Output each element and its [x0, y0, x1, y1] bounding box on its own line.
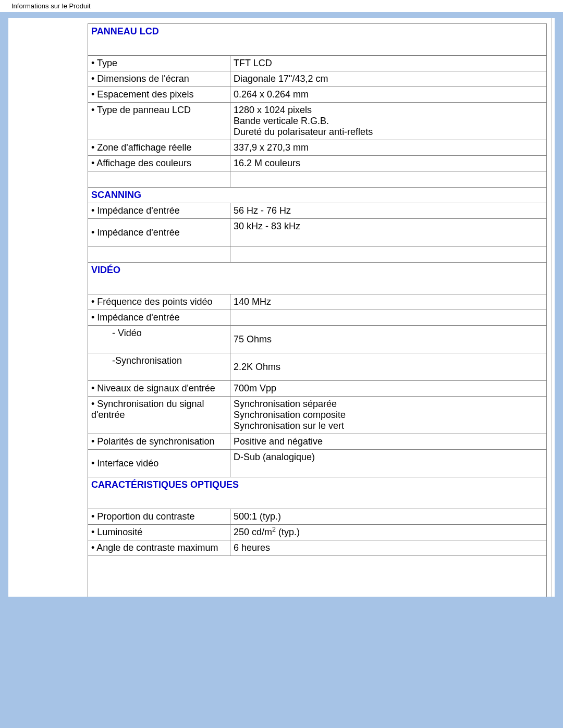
cell-value [230, 310, 547, 326]
cell-empty [88, 556, 547, 597]
section-lcd-title: Panneau LCD [88, 24, 547, 56]
cell-line: -Synchronisation [91, 355, 182, 366]
content-frame: Panneau LCD • Type TFT LCD • Dimensions … [0, 12, 563, 728]
superscript: 2 [272, 526, 276, 533]
cell-label: • Angle de contraste maximum [88, 540, 230, 556]
cell-line: Synchronisation sur le vert [234, 421, 344, 431]
cell-label: • Synchronisation du signal d'entrée [88, 397, 230, 434]
cell-line: Bande verticale R.G.B. [234, 116, 329, 126]
cell-empty [230, 171, 547, 188]
section-scanning-title: Scanning [88, 188, 547, 203]
cell-value: 250 cd/m2 (typ.) [230, 525, 547, 540]
cell-label: -Synchronisation [88, 353, 230, 381]
cell-value: 56 Hz - 76 Hz [230, 203, 547, 219]
cell-label: • Zone d'affichage réelle [88, 140, 230, 156]
cell-value: 2.2K Ohms [230, 353, 547, 381]
cell-label: • Type [88, 56, 230, 71]
cell-value: Diagonale 17"/43,2 cm [230, 71, 547, 87]
cell-line: Dureté du polarisateur anti-reflets [234, 127, 373, 137]
cell-empty [230, 246, 547, 263]
cell-empty [88, 171, 230, 188]
cell-label: • Interface vidéo [88, 450, 230, 477]
cell-value: 75 Ohms [230, 326, 547, 353]
cell-line: Synchronisation séparée [234, 399, 337, 409]
cell-value: D-Sub (analogique) [230, 450, 547, 477]
cell-value: Positive and négative [230, 434, 547, 450]
cell-line: 250 cd/m [234, 527, 272, 537]
spec-table: Panneau LCD • Type TFT LCD • Dimensions … [88, 23, 547, 597]
cell-value: Synchronisation séparée Synchronisation … [230, 397, 547, 434]
cell-label: • Niveaux de signaux d'entrée [88, 381, 230, 397]
cell-label: • Type de panneau LCD [88, 103, 230, 140]
cell-value: 30 kHz - 83 kHz [230, 219, 547, 246]
cell-label: • Impédance d'entrée [88, 310, 230, 326]
section-optic-title: Caractéristiques optiques [88, 477, 547, 509]
cell-line: (typ.) [276, 527, 300, 537]
cell-line: • Synchronisation du signal [91, 399, 204, 409]
cell-label: • Impédance d'entrée [88, 219, 230, 246]
right-edge [551, 18, 555, 597]
cell-value: 140 MHz [230, 294, 547, 310]
page: Informations sur le Produit Panneau LCD … [0, 0, 563, 728]
main-column: Panneau LCD • Type TFT LCD • Dimensions … [88, 18, 551, 597]
cell-value: 1280 x 1024 pixels Bande verticale R.G.B… [230, 103, 547, 140]
cell-line: 1280 x 1024 pixels [234, 105, 312, 115]
doc-header: Informations sur le Produit [0, 0, 563, 12]
cell-label: • Espacement des pixels [88, 87, 230, 103]
cell-line: Synchronisation composite [234, 410, 346, 420]
cell-label: • Fréquence des points vidéo [88, 294, 230, 310]
cell-value: 6 heures [230, 540, 547, 556]
section-video-title: Vidéo [88, 263, 547, 294]
cell-empty [88, 246, 230, 263]
cell-value: 0.264 x 0.264 mm [230, 87, 547, 103]
cell-label: • Luminosité [88, 525, 230, 540]
cell-label: - Vidéo [88, 326, 230, 353]
cell-value: 16.2 M couleurs [230, 156, 547, 171]
cell-value: 500:1 (typ.) [230, 509, 547, 525]
cell-label: • Polarités de synchronisation [88, 434, 230, 450]
side-column [8, 18, 88, 597]
cell-line: d'entrée [91, 410, 125, 420]
cell-value: 700m Vpp [230, 381, 547, 397]
cell-value: 337,9 x 270,3 mm [230, 140, 547, 156]
cell-label: • Impédance d'entrée [88, 203, 230, 219]
cell-label: • Affichage des couleurs [88, 156, 230, 171]
content-box: Panneau LCD • Type TFT LCD • Dimensions … [8, 18, 555, 597]
cell-line: - Vidéo [91, 328, 142, 339]
cell-label: • Dimensions de l'écran [88, 71, 230, 87]
cell-label: • Proportion du contraste [88, 509, 230, 525]
cell-value: TFT LCD [230, 56, 547, 71]
